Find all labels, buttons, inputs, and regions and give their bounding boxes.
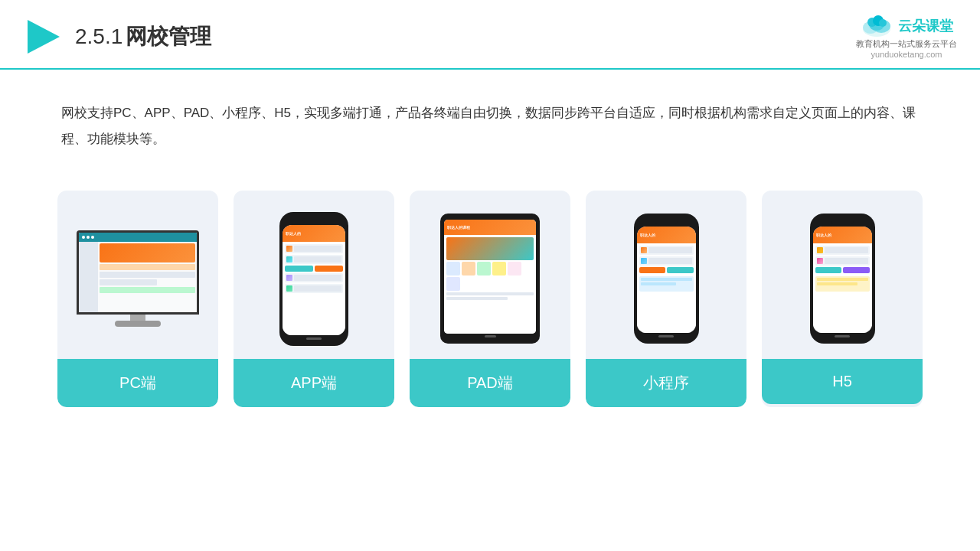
cards-container: PC端 职达人的 [0, 175, 980, 422]
card-h5-label: H5 [762, 359, 923, 404]
card-h5: 职达人的 [762, 191, 923, 407]
logo-tagline: 教育机构一站式服务云平台 [856, 38, 957, 50]
pad-mockup: 职达人的课程 [440, 214, 540, 344]
logo-area: 云朵课堂 教育机构一站式服务云平台 yunduoketang.com [856, 14, 957, 59]
card-pad: 职达人的课程 [410, 191, 570, 407]
card-pc-label: PC端 [57, 359, 218, 407]
svg-point-7 [879, 19, 887, 27]
miniprogram-mockup: 职达人的 [634, 214, 699, 344]
logo-url: yunduoketang.com [871, 50, 942, 59]
svg-marker-0 [28, 20, 60, 54]
page-title: 2.5.1网校管理 [75, 22, 211, 51]
brand-logo-icon [23, 17, 63, 57]
pc-mockup [77, 230, 199, 327]
card-miniprogram-label: 小程序 [586, 359, 746, 407]
app-mockup: 职达人的 [279, 212, 348, 346]
logo-name: 云朵课堂 [898, 17, 953, 35]
description-text: 网校支持PC、APP、PAD、小程序、H5，实现多端打通，产品各终端自由切换，数… [0, 70, 980, 168]
card-miniprogram: 职达人的 [586, 191, 746, 407]
card-pad-label: PAD端 [410, 359, 570, 407]
header: 2.5.1网校管理 云朵课堂 教育机构一站式服务云平台 yunduoketang… [0, 0, 980, 70]
cloud-icon [860, 14, 893, 38]
card-pc: PC端 [57, 191, 218, 407]
header-left: 2.5.1网校管理 [23, 17, 211, 57]
card-app: 职达人的 [234, 191, 394, 407]
card-app-label: APP端 [234, 359, 394, 407]
h5-mockup: 职达人的 [810, 214, 875, 344]
